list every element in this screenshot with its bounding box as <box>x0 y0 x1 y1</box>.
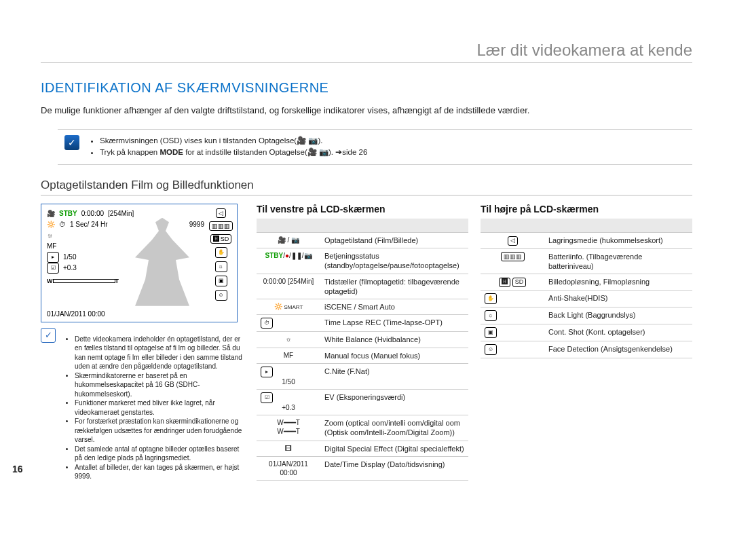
storage-icon: ◁ <box>216 208 226 218</box>
table-row: 🔆 SMARTiSCENE / Smart Auto <box>257 299 468 315</box>
contshot-icon: ▣ <box>215 276 227 286</box>
timelapse-icon: ⏱ <box>59 221 66 228</box>
section-title: IDENTIFIKATION AF SKÆRMVISNINGERNE <box>41 80 692 96</box>
zoom-bar <box>53 279 115 283</box>
table-row: ⏱Time Lapse REC (Time-lapse-OPT) <box>257 315 468 332</box>
mode-movie-icon: 🎥 <box>47 210 55 217</box>
ev-icon: ☑ <box>47 263 59 274</box>
table-row: 🎞Digital Special Effect (Digital special… <box>257 441 468 456</box>
table-row: ▥▥▥Batteriinfo. (Tilbageværende batterin… <box>481 248 692 274</box>
zoom-wide: W <box>47 278 53 284</box>
right-table-title: Til højre på LCD-skærmen <box>481 204 692 214</box>
table-row: ☼White Balance (Hvidbalance) <box>257 332 468 348</box>
subsection-title: Optagetilstanden Film og Billedfunktione… <box>41 179 692 195</box>
table-row: W━━━TW━━━TZoom (optical oom/intelli oom/… <box>257 415 468 441</box>
face-icon: ☺ <box>215 290 227 301</box>
scene-icon: 🔆 <box>47 221 55 228</box>
table-row: 🅷 SDBilledopløsning, Filmopløsning <box>481 274 692 291</box>
resolution-icon: 🅷 SD <box>210 234 232 244</box>
shot-count: 9999 <box>189 221 204 228</box>
antishake-icon: ✋ <box>215 247 227 258</box>
left-indicator-table: 🎥 / 📷Optagetilstand (Film/Billede) STBY/… <box>257 219 468 481</box>
notice-item: Tryk på knappen MODE for at indstille ti… <box>100 147 367 158</box>
lcd-preview: 🎥 STBY 0:00:00 [254Min] 🔆 ⏱ 1 Sec/ 24 Hr… <box>41 204 238 322</box>
table-row: 01/JAN/2011 00:00Date/Time Display (Dato… <box>257 456 468 480</box>
battery-icon: ▥▥▥ <box>209 221 233 231</box>
table-row: 0:00:00 [254Min]Tidstæller (filmoptageti… <box>257 274 468 299</box>
interval: 1 Sec/ 24 Hr <box>70 221 108 228</box>
left-table-title: Til venstre på LCD-skærmen <box>257 204 468 214</box>
info-item: Antallet af billeder, der kan tages på s… <box>75 463 244 481</box>
info-list: Dette videokamera indeholder én optageti… <box>65 335 244 481</box>
table-row: ☑ +0.3EV (Eksponeringsværdi) <box>257 390 468 415</box>
wb-icon: ☼ <box>47 231 53 239</box>
cnite-icon: ▸ <box>47 252 59 263</box>
info-item: Funktioner markeret med bliver ikke lagr… <box>75 398 244 417</box>
notice-item: Skærmvisningen (OSD) vises kun i tilstan… <box>100 135 367 147</box>
info-item: Skærmindikatorerne er baseret på en huko… <box>75 371 244 399</box>
status-stby: STBY <box>59 210 77 217</box>
info-icon: ✓ <box>41 328 56 343</box>
info-item: For forstærket præstation kan skærmindik… <box>75 417 244 445</box>
zoom-tele: T <box>115 278 119 284</box>
ev-value: +0.3 <box>63 264 77 272</box>
shutter-value: 1/50 <box>63 253 76 261</box>
remaining-time: [254Min] <box>108 210 134 217</box>
chapter-title: Lær dit videokamera at kende <box>41 41 692 63</box>
table-row: ▣Cont. Shot (Kont. optagelser) <box>481 324 692 341</box>
backlight-icon: ☼ <box>215 261 227 272</box>
table-row: ☺Face Detection (Ansigtsgenkendelse) <box>481 341 692 358</box>
notice-box: ✓ Skærmvisningen (OSD) vises kun i tilst… <box>58 129 692 165</box>
table-row: ◁Lagringsmedie (hukommelseskort) <box>481 232 692 248</box>
info-item: Dette videokamera indeholder én optageti… <box>75 335 244 371</box>
table-row: ✋Anti-Shake(HDIS) <box>481 290 692 307</box>
table-row: MFManual focus (Manuel fokus) <box>257 348 468 363</box>
table-row: ▸ 1/50C.Nite (F.Nat) <box>257 364 468 390</box>
notice-icon: ✓ <box>64 135 79 150</box>
right-indicator-table: ◁Lagringsmedie (hukommelseskort) ▥▥▥Batt… <box>481 219 692 358</box>
intro-text: De mulige funktioner afhænger af den val… <box>41 105 692 117</box>
datetime: 01/JAN/2011 00:00 <box>47 310 105 318</box>
page-number: 16 <box>12 464 23 474</box>
rec-time: 0:00:00 <box>81 210 104 217</box>
table-row: 🎥 / 📷Optagetilstand (Film/Billede) <box>257 232 468 248</box>
info-item: Det samlede antal af optagne billeder op… <box>75 445 244 463</box>
mf-icon: MF <box>47 242 56 250</box>
table-row: STBY/●/❚❚/📷Betjeningsstatus (standby/opt… <box>257 248 468 274</box>
table-row: ☼Back Light (Baggrundslys) <box>481 307 692 324</box>
